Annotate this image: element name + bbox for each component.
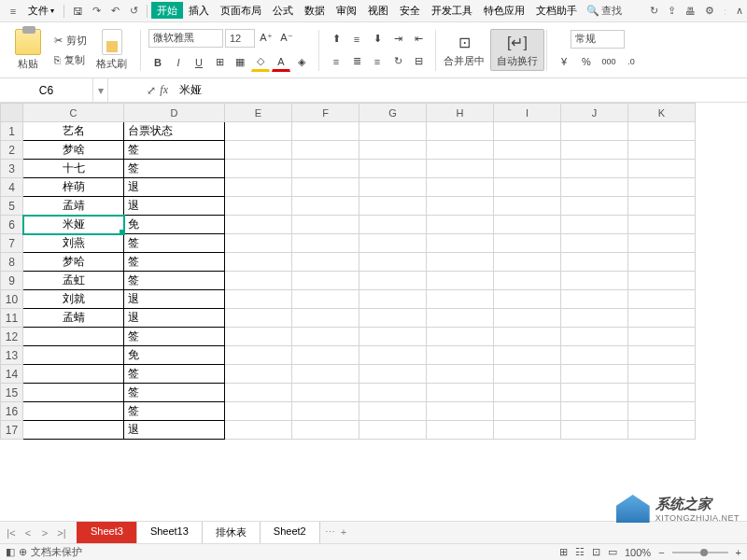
number-format-combo[interactable]: 常规 <box>571 30 625 49</box>
zoom-out-button[interactable]: − <box>658 547 664 558</box>
cell-H11[interactable] <box>427 309 494 328</box>
cell-H12[interactable] <box>427 328 494 346</box>
cell-H10[interactable] <box>427 290 494 309</box>
zoom-label[interactable]: 100% <box>625 547 651 558</box>
col-header-D[interactable]: D <box>124 104 225 122</box>
cell-K5[interactable] <box>628 197 696 216</box>
cell-E5[interactable] <box>225 197 292 216</box>
cell-G4[interactable] <box>359 178 427 197</box>
border-button[interactable]: ⊞ <box>210 53 229 72</box>
cell-J1[interactable] <box>561 122 628 141</box>
menu-tab-8[interactable]: 开发工具 <box>426 2 478 19</box>
sheet-nav-last[interactable]: >| <box>54 527 69 539</box>
redo-icon[interactable]: ↷ <box>87 5 106 17</box>
cell-E9[interactable] <box>225 272 292 290</box>
cell-F7[interactable] <box>292 234 359 253</box>
cell-C16[interactable] <box>23 402 124 421</box>
cell-K4[interactable] <box>628 178 696 197</box>
namebox-dropdown[interactable]: ▾ <box>93 78 108 102</box>
format-painter-button[interactable]: 格式刷 <box>91 27 133 73</box>
cell-K2[interactable] <box>628 141 696 160</box>
zoom-slider[interactable] <box>672 552 728 553</box>
cell-I16[interactable] <box>494 402 561 421</box>
cell-E8[interactable] <box>225 253 292 272</box>
fill-color-button[interactable]: ◇ <box>251 53 270 72</box>
formula-input[interactable]: 米娅 <box>174 82 747 98</box>
orientation-button[interactable]: ↻ <box>388 52 407 71</box>
cell-J14[interactable] <box>561 365 628 384</box>
align-center-button[interactable]: ≣ <box>347 52 366 71</box>
cell-D4[interactable]: 退 <box>124 178 225 197</box>
cell-H7[interactable] <box>427 234 494 253</box>
cell-C4[interactable]: 梓萌 <box>23 178 124 197</box>
cell-J10[interactable] <box>561 290 628 309</box>
font-size-combo[interactable]: 12 <box>225 29 255 48</box>
row-header-6[interactable]: 6 <box>1 216 23 234</box>
col-header-K[interactable]: K <box>628 104 696 122</box>
cell-D1[interactable]: 台票状态 <box>124 122 225 141</box>
cell-D13[interactable]: 免 <box>124 346 225 365</box>
menu-tab-4[interactable]: 数据 <box>299 2 331 19</box>
cell-E15[interactable] <box>225 384 292 402</box>
cell-I7[interactable] <box>494 234 561 253</box>
align-bottom-button[interactable]: ⬇ <box>368 30 387 49</box>
cell-I13[interactable] <box>494 346 561 365</box>
cell-E11[interactable] <box>225 309 292 328</box>
cell-E7[interactable] <box>225 234 292 253</box>
cell-I5[interactable] <box>494 197 561 216</box>
cell-I15[interactable] <box>494 384 561 402</box>
cell-E12[interactable] <box>225 328 292 346</box>
share-icon[interactable]: ⇪ <box>668 5 676 17</box>
cell-H3[interactable] <box>427 160 494 178</box>
cell-D16[interactable]: 签 <box>124 402 225 421</box>
cell-D9[interactable]: 签 <box>124 272 225 290</box>
cell-I14[interactable] <box>494 365 561 384</box>
align-middle-button[interactable]: ≡ <box>347 30 366 49</box>
cell-F3[interactable] <box>292 160 359 178</box>
cell-H9[interactable] <box>427 272 494 290</box>
cell-G6[interactable] <box>359 216 427 234</box>
menu-icon[interactable]: ≡ <box>4 6 22 17</box>
cell-D7[interactable]: 签 <box>124 234 225 253</box>
cell-F16[interactable] <box>292 402 359 421</box>
cell-K15[interactable] <box>628 384 696 402</box>
row-header-3[interactable]: 3 <box>1 160 23 178</box>
row-header-10[interactable]: 10 <box>1 290 23 309</box>
settings-icon[interactable]: ⚙ <box>705 5 714 17</box>
sheet-tab-排休表[interactable]: 排休表 <box>202 522 261 544</box>
cell-C17[interactable] <box>23 421 124 440</box>
cell-C5[interactable]: 孟靖 <box>23 197 124 216</box>
cell-F11[interactable] <box>292 309 359 328</box>
zoom-in-button[interactable]: + <box>736 547 741 558</box>
cell-F17[interactable] <box>292 421 359 440</box>
menu-tab-0[interactable]: 开始 <box>151 2 183 19</box>
cell-I1[interactable] <box>494 122 561 141</box>
sheet-tab-Sheet2[interactable]: Sheet2 <box>260 522 320 544</box>
cell-H1[interactable] <box>427 122 494 141</box>
cell-J12[interactable] <box>561 328 628 346</box>
cell-D11[interactable]: 退 <box>124 309 225 328</box>
inc-decimal-button[interactable]: .0 <box>622 52 641 71</box>
cell-J13[interactable] <box>561 346 628 365</box>
copy-button[interactable]: ⎘复制 <box>54 53 87 67</box>
cell-H2[interactable] <box>427 141 494 160</box>
menu-tab-6[interactable]: 视图 <box>362 2 394 19</box>
cell-K7[interactable] <box>628 234 696 253</box>
cell-G17[interactable] <box>359 421 427 440</box>
italic-button[interactable]: I <box>169 53 188 72</box>
cell-G13[interactable] <box>359 346 427 365</box>
row-header-5[interactable]: 5 <box>1 197 23 216</box>
cell-I17[interactable] <box>494 421 561 440</box>
view-page-icon[interactable]: ☷ <box>575 546 585 558</box>
cell-H17[interactable] <box>427 421 494 440</box>
thousand-button[interactable]: 000 <box>599 52 618 71</box>
cell-C7[interactable]: 刘燕 <box>23 234 124 253</box>
cell-E16[interactable] <box>225 402 292 421</box>
cell-G11[interactable] <box>359 309 427 328</box>
currency-button[interactable]: ¥ <box>555 52 573 71</box>
cell-K13[interactable] <box>628 346 696 365</box>
cell-J6[interactable] <box>561 216 628 234</box>
row-header-9[interactable]: 9 <box>1 272 23 290</box>
cell-K1[interactable] <box>628 122 696 141</box>
sheet-nav-first[interactable]: |< <box>4 527 19 539</box>
